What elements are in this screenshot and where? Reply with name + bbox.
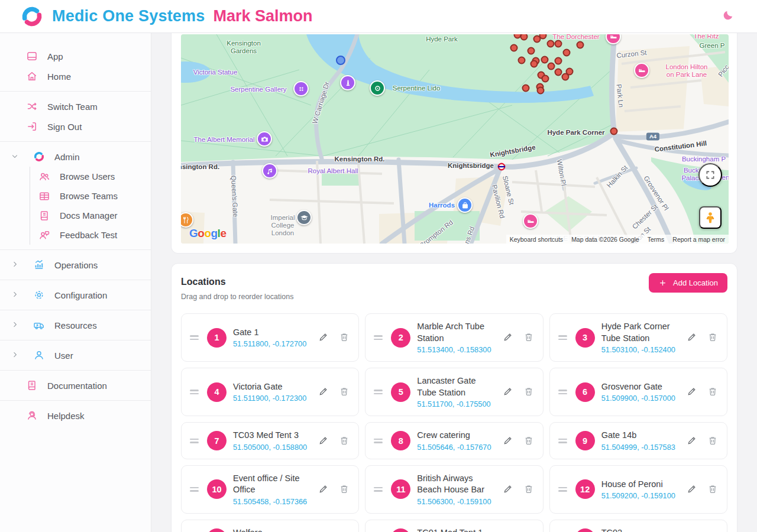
sidebar-item-admin[interactable]: Admin: [11, 147, 140, 167]
drag-handle[interactable]: [374, 439, 383, 443]
red-location-marker[interactable]: [542, 75, 549, 83]
chevron-right-icon[interactable]: [11, 260, 20, 270]
sidebar-item-configuration[interactable]: Configuration: [11, 285, 140, 305]
map-attribution-item[interactable]: Report a map error: [672, 236, 725, 243]
chevron-down-icon[interactable]: [11, 152, 20, 161]
drag-handle[interactable]: [558, 439, 567, 443]
edit-location-button[interactable]: [686, 386, 698, 398]
map-attribution-item[interactable]: Keyboard shortcuts: [510, 236, 563, 243]
sidebar-item-switch-team[interactable]: Switch Team: [11, 96, 140, 116]
blue-location-marker[interactable]: [336, 56, 345, 65]
edit-location-button[interactable]: [686, 435, 698, 447]
delete-location-button[interactable]: [707, 332, 719, 343]
delete-location-button[interactable]: [523, 386, 535, 398]
delete-location-button[interactable]: [338, 386, 350, 398]
red-location-marker[interactable]: [610, 128, 618, 135]
edit-location-button[interactable]: [318, 386, 329, 398]
red-location-marker[interactable]: [522, 85, 530, 92]
delete-location-button[interactable]: [523, 484, 535, 495]
map-attribution-item[interactable]: Terms: [648, 236, 665, 243]
sidebar-item-user[interactable]: User: [11, 345, 140, 365]
edit-location-button[interactable]: [686, 332, 698, 343]
red-location-marker[interactable]: [528, 47, 535, 55]
map-fullscreen-button[interactable]: [698, 163, 722, 187]
sidebar-item-docs-manager[interactable]: Docs Manager: [37, 206, 140, 225]
delete-location-button[interactable]: [707, 386, 719, 398]
edit-location-button[interactable]: [318, 435, 329, 447]
edit-location-button[interactable]: [318, 332, 329, 343]
imperial-college-marker[interactable]: [296, 210, 312, 225]
location-number-badge: 7: [207, 431, 227, 450]
drag-handle[interactable]: [374, 390, 383, 394]
delete-location-button[interactable]: [338, 435, 350, 447]
delete-location-button[interactable]: [707, 435, 719, 447]
edit-location-button[interactable]: [686, 484, 698, 495]
delete-location-button[interactable]: [707, 484, 719, 495]
sidebar-item-browse-teams[interactable]: Browse Teams: [37, 186, 140, 206]
red-location-marker[interactable]: [548, 63, 555, 70]
sidebar-item-browse-users[interactable]: Browse Users: [37, 167, 140, 186]
red-location-marker[interactable]: [530, 60, 538, 68]
edit-location-button[interactable]: [502, 386, 514, 398]
pegman-streetview-button[interactable]: [699, 206, 722, 229]
red-location-marker[interactable]: [555, 69, 562, 76]
dark-mode-toggle[interactable]: [718, 7, 738, 27]
edit-location-button[interactable]: [502, 332, 514, 343]
google-logo[interactable]: Google: [189, 227, 226, 240]
delete-location-button[interactable]: [523, 332, 535, 343]
albert-memorial-marker[interactable]: [257, 131, 272, 147]
red-location-marker[interactable]: [510, 44, 518, 52]
red-location-marker[interactable]: [537, 87, 545, 95]
drag-handle[interactable]: [558, 390, 567, 394]
sidebar-item-feedback-test[interactable]: Feedback Test: [37, 225, 140, 245]
sidebar-item-resources[interactable]: Resources: [11, 315, 140, 335]
red-location-marker[interactable]: [555, 57, 562, 65]
london-hilton-marker[interactable]: [634, 63, 649, 78]
edit-location-button[interactable]: [502, 435, 514, 447]
chevron-right-icon[interactable]: [11, 351, 20, 360]
red-location-marker[interactable]: [562, 73, 570, 81]
red-location-marker[interactable]: [518, 57, 526, 64]
red-location-marker[interactable]: [577, 41, 584, 49]
sidebar-item-helpdesk[interactable]: Helpdesk: [11, 406, 140, 426]
drag-handle[interactable]: [190, 487, 199, 492]
app-icon: [26, 50, 38, 62]
red-location-marker[interactable]: [555, 40, 562, 48]
red-location-marker[interactable]: [563, 49, 571, 57]
sidebar-item-sign-out[interactable]: Sign Out: [11, 116, 140, 137]
drag-handle[interactable]: [190, 390, 199, 394]
drag-handle[interactable]: [558, 487, 567, 492]
sidebar-item-app[interactable]: App: [11, 46, 140, 66]
serpentine-gallery-marker[interactable]: [293, 81, 309, 96]
drag-handle[interactable]: [374, 487, 383, 492]
delete-location-button[interactable]: [338, 332, 350, 343]
delete-location-button[interactable]: [338, 484, 350, 495]
add-location-label: Add Location: [673, 278, 718, 287]
drag-handle[interactable]: [190, 439, 199, 443]
jumeirah-carlton-tower-marker[interactable]: [523, 213, 538, 229]
royal-albert-hall-marker[interactable]: [262, 163, 277, 179]
sidebar-item-documentation[interactable]: Documentation: [11, 375, 140, 395]
sidebar-item-home[interactable]: Home: [11, 66, 140, 86]
chevron-right-icon[interactable]: [11, 320, 20, 330]
add-location-button[interactable]: Add Location: [649, 273, 727, 293]
book-icon: [26, 379, 38, 391]
harrods-marker[interactable]: [457, 197, 473, 213]
drag-handle[interactable]: [190, 335, 199, 340]
drag-handle[interactable]: [558, 335, 567, 340]
google-map[interactable]: Kensington GardensVictoria StatueSerpent…: [181, 34, 729, 244]
red-location-marker[interactable]: [547, 40, 555, 48]
monument-marker[interactable]: [340, 75, 355, 90]
red-location-marker[interactable]: [541, 56, 549, 64]
map-attribution-item[interactable]: Map data ©2026 Google: [571, 236, 639, 243]
sidebar-section: Documentation: [0, 370, 151, 400]
edit-location-button[interactable]: [502, 484, 514, 495]
pencil-icon: [503, 332, 513, 342]
serpentine-lido-marker[interactable]: [370, 80, 385, 96]
drag-handle[interactable]: [374, 335, 383, 340]
person-icon: [33, 349, 45, 361]
edit-location-button[interactable]: [318, 484, 329, 495]
sidebar-item-operations[interactable]: Operations: [11, 255, 140, 275]
delete-location-button[interactable]: [523, 435, 535, 447]
chevron-right-icon[interactable]: [11, 290, 20, 300]
